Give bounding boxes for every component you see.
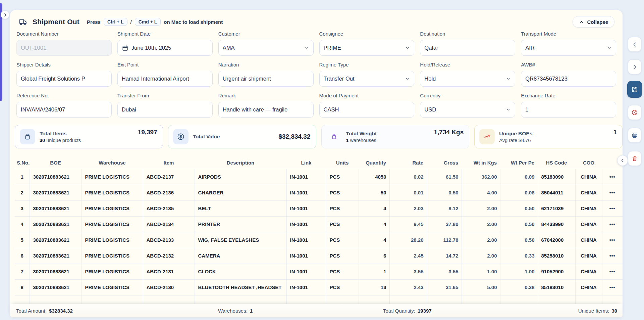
- mode-of-payment-input[interactable]: CASH: [319, 102, 415, 118]
- exit-point-input[interactable]: Hamad International Airport: [117, 71, 213, 87]
- cell-desc: AIRPODS: [195, 169, 286, 185]
- row-actions-button[interactable]: •••: [609, 269, 615, 274]
- cell-actions: •••: [602, 248, 623, 264]
- cell-wt: 2.00: [462, 248, 500, 264]
- row-actions-button[interactable]: •••: [609, 254, 615, 258]
- cell-rate: 0.02: [389, 169, 427, 185]
- save-icon: [631, 86, 638, 93]
- cancel-button[interactable]: [628, 105, 641, 120]
- cell-sno: 8: [15, 279, 30, 295]
- row-actions-button[interactable]: •••: [609, 285, 615, 290]
- cell-qty: 50: [359, 185, 389, 200]
- collapse-button[interactable]: Collapse: [573, 16, 614, 28]
- collapse-label: Collapse: [587, 19, 608, 25]
- form-field: Consignee PRIME: [319, 30, 415, 56]
- document-number-input[interactable]: OUT-1001: [16, 40, 112, 56]
- cell-hs: 91052900: [538, 264, 575, 279]
- cell-gross: 61.50: [427, 169, 462, 185]
- card-title: Unique BOEs: [499, 131, 532, 137]
- transfer-from-input[interactable]: Dubai: [117, 102, 213, 118]
- cell-qty: 4: [359, 216, 389, 232]
- chevron-right-icon: [3, 13, 7, 17]
- cell-link: IN-1001: [286, 200, 326, 216]
- form-field: Currency USD: [420, 92, 515, 118]
- form-field: Shipment Date June 10th, 2025: [117, 30, 213, 56]
- shipment-items-tbody: 13020710883621PRIME LOGISTICSABCD-2137AI…: [15, 169, 623, 304]
- card-title: Total Items: [40, 131, 81, 137]
- cell-desc: BELT: [195, 200, 286, 216]
- field-value: INV/AMA/2406/07: [21, 106, 107, 113]
- kbd-cmd-l: Cmd + L: [135, 18, 161, 26]
- customer-input[interactable]: AMA: [218, 40, 314, 56]
- page: Shipment Out Press Ctrl + L / Cmd + L on…: [0, 0, 644, 320]
- form-field: Customer AMA: [218, 30, 314, 56]
- cell-qty: 4: [359, 232, 389, 248]
- card-title: Total Value: [193, 134, 220, 140]
- field-label: Reference No.: [16, 92, 112, 99]
- cell-rate: 0.01: [389, 185, 427, 200]
- cell-link: IN-1001: [286, 248, 326, 264]
- narration-input[interactable]: Urgent air shipment: [218, 71, 314, 87]
- cell-rate: 9.45: [389, 216, 427, 232]
- cell-sno: 4: [15, 216, 30, 232]
- currency-input[interactable]: USD: [420, 102, 515, 118]
- remark-input[interactable]: Handle with care — fragile: [218, 102, 314, 118]
- field-label: Destination: [420, 30, 515, 37]
- table-row: 53020710883621PRIME LOGISTICSABCD-2133WI…: [15, 232, 623, 248]
- expand-sidebar-button[interactable]: [1, 10, 9, 19]
- cell-wt: 2.00: [462, 216, 500, 232]
- field-value: Urgent air shipment: [223, 76, 309, 82]
- table-collapse-handle[interactable]: [617, 155, 628, 166]
- delete-icon: [631, 155, 638, 162]
- chevron-down-icon: [506, 76, 511, 81]
- chevron-left-icon: [632, 42, 638, 47]
- cell-warehouse: PRIME LOGISTICS: [82, 216, 143, 232]
- hold-release-input[interactable]: Hold: [420, 71, 515, 87]
- field-value: Handle with care — fragile: [223, 106, 309, 113]
- next-record-button[interactable]: [628, 59, 641, 74]
- regime-type-input[interactable]: Transfer Out: [319, 71, 415, 87]
- form-field: Mode of Payment CASH: [319, 92, 415, 118]
- col-wt-per-pc: Wt Per Pc: [500, 156, 538, 169]
- row-actions-button[interactable]: •••: [609, 222, 615, 227]
- form-field: Reference No. INV/AMA/2406/07: [16, 92, 112, 118]
- row-actions-button[interactable]: •••: [609, 175, 615, 179]
- panel-header: Shipment Out Press Ctrl + L / Cmd + L on…: [19, 15, 614, 29]
- cell-warehouse: PRIME LOGISTICS: [82, 248, 143, 264]
- cell-wtpc: 0.50: [500, 216, 538, 232]
- row-actions-button[interactable]: •••: [609, 190, 615, 195]
- totals-footer: Total Amount: $32834.32 Warehouses: 1 To…: [10, 304, 623, 317]
- table-header-row: S.No. BOE Warehouse Item Description Lin…: [15, 156, 623, 169]
- row-actions-button[interactable]: •••: [609, 238, 615, 242]
- cell-qty: 6: [359, 248, 389, 264]
- consignee-input[interactable]: PRIME: [319, 40, 415, 56]
- awb-input[interactable]: QR87345678123: [521, 71, 616, 87]
- form-field: Regime Type Transfer Out: [319, 61, 415, 87]
- cell-wtpc: 0.50: [500, 200, 538, 216]
- cell-rate: 2.03: [389, 200, 427, 216]
- cell-boe: 3020710883621: [30, 185, 82, 200]
- form-field: Transfer From Dubai: [117, 92, 213, 118]
- reference-no-input[interactable]: INV/AMA/2406/07: [16, 102, 112, 118]
- destination-input[interactable]: Qatar: [420, 40, 515, 56]
- transport-mode-input[interactable]: AIR: [521, 40, 616, 56]
- col-description: Description: [195, 156, 286, 169]
- row-actions-button[interactable]: •••: [609, 206, 615, 211]
- previous-record-button[interactable]: [628, 37, 641, 52]
- cell-coo: CHINA: [575, 264, 602, 279]
- card-subtitle: 30 unique products: [40, 138, 81, 143]
- cell-link: IN-1001: [286, 279, 326, 295]
- save-button[interactable]: [627, 81, 642, 98]
- cell-hs: 85258010: [538, 248, 575, 264]
- col-sno: S.No.: [15, 156, 30, 169]
- col-rate: Rate: [389, 156, 427, 169]
- shipment-date-input[interactable]: June 10th, 2025: [117, 40, 213, 56]
- cell-item: ABCD-2132: [143, 248, 195, 264]
- cell-wt: 5.00: [462, 279, 500, 295]
- shipper-details-input[interactable]: Global Freight Solutions P: [16, 71, 112, 87]
- exchange-rate-input[interactable]: 1: [521, 102, 616, 118]
- print-button[interactable]: [628, 128, 641, 143]
- delete-button[interactable]: [628, 151, 641, 166]
- form-field: Narration Urgent air shipment: [218, 61, 314, 87]
- cell-coo: CHINA: [575, 169, 602, 185]
